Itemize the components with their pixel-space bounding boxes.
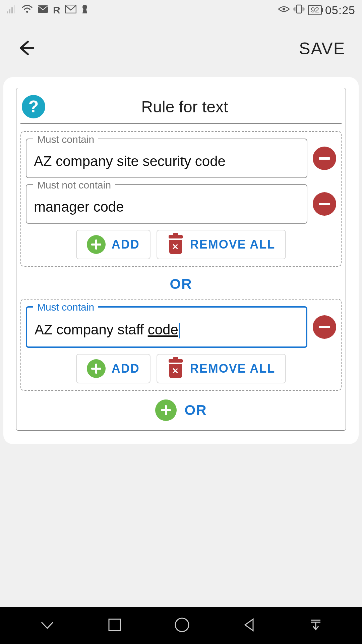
plus-icon [87, 235, 106, 254]
recent-apps-button[interactable] [107, 617, 122, 634]
remove-all-button[interactable]: ✕ REMOVE ALL [157, 354, 286, 383]
download-icon[interactable] [308, 618, 323, 634]
remove-all-button[interactable]: ✕ REMOVE ALL [157, 230, 286, 259]
svg-rect-0 [7, 11, 8, 13]
svg-rect-3 [14, 5, 15, 13]
svg-rect-5 [38, 5, 48, 13]
add-button-label: ADD [112, 362, 140, 376]
rule-group: Must contain AZ company staff code ADD ✕… [20, 299, 342, 391]
svg-point-8 [283, 8, 285, 10]
system-nav-bar [0, 607, 362, 644]
nav-back-button[interactable] [242, 617, 257, 634]
field-label: Must contain [33, 302, 98, 313]
add-condition-button[interactable]: ADD [76, 354, 150, 383]
home-button[interactable] [174, 616, 190, 635]
remove-condition-button[interactable] [313, 315, 336, 339]
keyhole-icon [81, 4, 88, 16]
help-icon[interactable]: ? [22, 95, 45, 118]
svg-rect-1 [9, 9, 10, 13]
add-condition-button[interactable]: ADD [76, 230, 150, 259]
remove-all-label: REMOVE ALL [190, 237, 276, 252]
svg-rect-10 [109, 619, 120, 631]
remove-all-label: REMOVE ALL [190, 362, 276, 376]
trash-icon: ✕ [167, 359, 184, 378]
rule-panel: ? Rule for text Must contain AZ company … [16, 88, 346, 431]
remove-condition-button[interactable] [313, 192, 336, 216]
plus-icon [155, 399, 177, 421]
back-button[interactable] [16, 39, 35, 59]
battery-indicator: 92 [308, 5, 321, 15]
trash-icon: ✕ [167, 235, 184, 254]
eye-icon [278, 5, 290, 15]
signal-icon [7, 5, 17, 16]
or-button-label: OR [185, 402, 207, 418]
roaming-indicator: R [53, 4, 60, 16]
card: ? Rule for text Must contain AZ company … [3, 77, 359, 444]
clock: 05:25 [325, 4, 355, 17]
svg-rect-9 [297, 5, 301, 13]
svg-point-11 [175, 618, 189, 632]
or-divider: OR [20, 271, 342, 299]
save-button[interactable]: SAVE [299, 39, 345, 58]
status-bar: R 92 05:25 [0, 0, 362, 20]
remove-condition-button[interactable] [313, 147, 336, 170]
plus-icon [87, 359, 106, 378]
app-bar: SAVE [0, 20, 362, 77]
panel-header: ? Rule for text [20, 93, 342, 124]
chevron-down-icon[interactable] [39, 618, 56, 633]
mail-icon [38, 5, 48, 15]
svg-rect-2 [11, 7, 13, 13]
panel-title: Rule for text [53, 98, 340, 116]
svg-point-4 [26, 11, 28, 13]
gmail-icon [65, 5, 76, 16]
field-label: Must contain [33, 134, 98, 145]
wifi-icon [21, 4, 33, 16]
field-label: Must not contain [33, 179, 115, 191]
add-or-group[interactable]: OR [20, 399, 342, 421]
add-button-label: ADD [112, 237, 140, 252]
svg-point-7 [82, 5, 87, 9]
rule-group: Must contain AZ company site security co… [20, 131, 342, 267]
vibrate-icon [293, 4, 305, 16]
